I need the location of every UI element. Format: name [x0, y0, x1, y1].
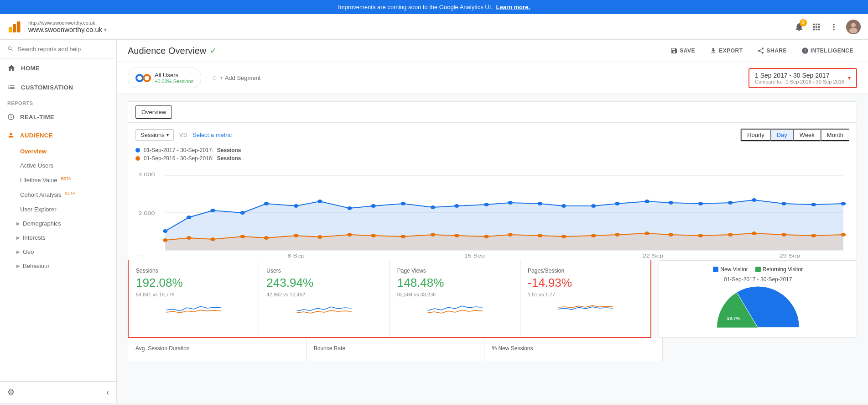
site-url-small: http://www.swoonworthy.co.uk — [28, 20, 107, 26]
legend-row-2017: 01-Sep-2017 - 30-Sep-2017: Sessions — [135, 147, 849, 153]
settings-icon[interactable]: ⚙ — [7, 387, 15, 397]
svg-point-55 — [454, 234, 459, 237]
svg-point-24 — [347, 206, 352, 210]
svg-point-25 — [371, 204, 375, 208]
collapse-sidebar-button[interactable]: ‹ — [106, 388, 109, 397]
legend-metric-2017: Sessions — [217, 147, 241, 153]
month-button[interactable]: Month — [821, 129, 849, 141]
sidebar-footer: ⚙ ‹ — [0, 381, 116, 403]
pages-session-comparison: 1.51 vs 1.77 — [528, 292, 643, 297]
sessions-value: 192.08% — [136, 276, 251, 290]
bounce-rate-label: Bounce Rate — [314, 345, 477, 352]
date-range-primary: 1 Sep 2017 - 30 Sep 2017 — [755, 72, 844, 79]
svg-text:8 Sep: 8 Sep — [287, 253, 304, 258]
svg-point-67 — [781, 233, 786, 237]
svg-point-68 — [811, 234, 816, 237]
apps-button[interactable] — [811, 22, 821, 32]
site-info: http://www.swoonworthy.co.uk www.swoonwo… — [28, 20, 107, 33]
chart-container: 4,000 2,000 ... 8 Sep 15 Sep 22 Sep 29 S… — [128, 167, 857, 260]
reports-section-label: Reports — [0, 97, 116, 108]
save-icon — [670, 47, 678, 54]
sidebar-item-overview[interactable]: Overview — [0, 144, 116, 158]
notifications-button[interactable]: 2 — [794, 22, 804, 32]
search-container — [0, 40, 116, 58]
search-icon — [7, 45, 14, 53]
stat-pages-session: Pages/Session -14.93% 1.51 vs 1.77 — [520, 260, 650, 337]
svg-text:4,000: 4,000 — [139, 172, 155, 178]
site-url-big: www.swoonworthy.co.uk ▾ — [28, 26, 107, 33]
sidebar-item-realtime[interactable]: REAL-TIME — [0, 108, 116, 126]
svg-point-45 — [187, 236, 191, 240]
svg-text:15 Sep: 15 Sep — [464, 253, 485, 258]
announcement-text: Improvements are coming soon to the Goog… — [338, 4, 493, 11]
users-sparkline — [266, 301, 382, 315]
svg-point-58 — [538, 234, 542, 237]
day-button[interactable]: Day — [770, 129, 793, 141]
home-label: HOME — [21, 65, 40, 72]
share-button[interactable]: SHARE — [754, 45, 790, 56]
sidebar-item-interests[interactable]: ▶ Interests — [0, 231, 116, 245]
sidebar-item-behaviour[interactable]: ▶ Behaviour — [0, 259, 116, 273]
sidebar-item-audience[interactable]: AUDIENCE — [0, 126, 116, 144]
sidebar-item-cohort-analysis[interactable]: Cohort Analysis BETA — [0, 187, 116, 202]
date-range-picker[interactable]: 1 Sep 2017 - 30 Sep 2017 Compare to: 1 S… — [748, 68, 857, 88]
export-button[interactable]: EXPORT — [706, 45, 746, 56]
sessions-label: Sessions — [136, 268, 251, 274]
svg-point-22 — [294, 204, 298, 208]
users-comparison: 42,862 vs 12,462 — [266, 292, 382, 297]
dropdown-icon[interactable]: ▾ — [104, 26, 107, 33]
stat-sessions: Sessions 192.08% 54,841 vs 18,776 — [129, 260, 259, 337]
sidebar-item-geo[interactable]: ▶ Geo — [0, 245, 116, 259]
active-users-label: Active Users — [20, 162, 53, 169]
avg-session-card: Avg. Session Duration — [128, 338, 307, 361]
pages-session-label: Pages/Session — [528, 268, 643, 274]
metric-selector[interactable]: Sessions ▾ — [135, 129, 174, 141]
svg-point-41 — [811, 203, 816, 206]
svg-text:22 Sep: 22 Sep — [643, 253, 663, 258]
add-segment-button[interactable]: ○ + Add Segment — [208, 69, 264, 86]
all-users-segment[interactable]: All Users +0.00% Sessions — [128, 68, 201, 88]
svg-point-60 — [591, 234, 596, 237]
bounce-rate-card: Bounce Rate — [307, 338, 485, 361]
legend-metric-2016: Sessions — [217, 155, 241, 162]
sidebar-item-home[interactable]: HOME — [0, 58, 116, 78]
overview-tab[interactable]: Overview — [135, 105, 172, 119]
sidebar-item-demographics[interactable]: ▶ Demographics — [0, 216, 116, 231]
svg-point-37 — [698, 202, 703, 205]
sidebar-item-lifetime-value[interactable]: Lifetime Value BETA — [0, 173, 116, 187]
stats-cards: Sessions 192.08% 54,841 vs 18,776 Users … — [128, 260, 651, 338]
returning-visitor-label: Returning Visitor — [763, 266, 803, 273]
save-button[interactable]: SAVE — [667, 45, 699, 56]
svg-point-59 — [561, 235, 566, 238]
sidebar-item-customisation[interactable]: CUSTOMISATION — [0, 78, 116, 97]
hourly-button[interactable]: Hourly — [741, 129, 770, 141]
week-button[interactable]: Week — [793, 129, 821, 141]
header-right: 2 — [794, 20, 861, 34]
page-views-label: Page Views — [397, 268, 513, 274]
behaviour-label: Behaviour — [23, 263, 50, 269]
search-input[interactable] — [17, 46, 109, 53]
line-chart: 4,000 2,000 ... 8 Sep 15 Sep 22 Sep 29 S… — [135, 167, 849, 258]
user-avatar[interactable] — [846, 20, 861, 34]
announcement-link[interactable]: Learn more. — [496, 4, 530, 11]
chart-legend: 01-Sep-2017 - 30-Sep-2017: Sessions 01-S… — [128, 147, 857, 167]
legend-dot-2016 — [135, 156, 140, 161]
svg-text:2,000: 2,000 — [139, 210, 155, 216]
svg-point-48 — [264, 236, 269, 240]
svg-point-26 — [401, 202, 405, 205]
svg-point-47 — [240, 235, 245, 238]
pages-session-value: -14.93% — [528, 276, 643, 290]
intelligence-button[interactable]: INTELLIGENCE — [798, 45, 857, 56]
select-metric-link[interactable]: Select a metric — [192, 131, 232, 138]
svg-point-56 — [484, 235, 489, 238]
share-label: SHARE — [766, 47, 787, 54]
svg-point-31 — [538, 202, 542, 205]
sidebar-item-user-explorer[interactable]: User Explorer — [0, 202, 116, 216]
sidebar-item-active-users[interactable]: Active Users — [0, 158, 116, 173]
sidebar: HOME CUSTOMISATION Reports REAL-TIME AUD… — [0, 40, 117, 403]
svg-point-53 — [401, 235, 405, 238]
svg-point-33 — [591, 204, 596, 208]
verified-icon: ✓ — [210, 46, 217, 56]
new-visitor-legend: New Visitor — [713, 266, 748, 273]
more-options-button[interactable] — [829, 22, 839, 32]
